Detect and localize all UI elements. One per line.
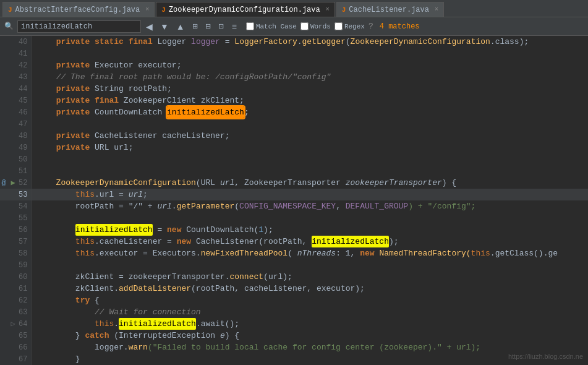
code-token: this [95, 318, 114, 330]
tab-zookeeper[interactable]: J ZookeeperDynamicConfiguration.java × [156, 2, 334, 17]
code-line [32, 212, 588, 224]
search-icon: 🔍 [2, 22, 15, 31]
code-token: cacheListener [162, 130, 224, 142]
regex-checkbox[interactable] [334, 22, 343, 30]
tab-close-abstract[interactable]: × [145, 6, 149, 13]
code-line: this.initializedLatch.await(); [32, 318, 588, 330]
code-line [32, 165, 588, 177]
gutter-line-65: 65 [0, 330, 31, 341]
code-token: this [75, 247, 95, 259]
code-line: initializedLatch = new CountDownLatch(1)… [32, 224, 588, 236]
tab-close-zookeeper[interactable]: × [326, 6, 330, 13]
code-token: new [177, 236, 191, 247]
code-token: Executor [90, 59, 138, 71]
code-line: try { [32, 294, 588, 306]
code-token: , ZookeeperTransporter [234, 177, 345, 189]
words-checkbox[interactable] [300, 22, 309, 30]
code-line: private CacheListener cacheListener; [32, 130, 588, 142]
code-token: ; [225, 130, 230, 142]
search-filter-button[interactable]: ≡ [229, 20, 240, 33]
tab-cache[interactable]: J CacheListener.java × [336, 2, 444, 17]
search-word-button[interactable]: ⊟ [203, 21, 213, 32]
gutter-line-40: 40 [0, 36, 31, 48]
match-case-option[interactable]: Match Case [246, 22, 297, 30]
code-token: ZookeeperClient [119, 95, 201, 106]
java-file-icon-2: J [161, 6, 166, 14]
gutter-line-42: 42 [0, 59, 31, 71]
code-line: // Wait for connection [32, 306, 588, 318]
line-number: 50 [19, 155, 27, 164]
code-token [36, 294, 75, 306]
code-token: newFixedThreadPool [201, 247, 288, 259]
gutter-line-59: 59 [0, 259, 31, 271]
search-prev-button[interactable]: ◀ [143, 20, 155, 33]
line-number: 47 [19, 120, 27, 129]
code-token: CountDownLatch( [181, 224, 258, 236]
code-line: private Executor executor; [32, 59, 588, 71]
tab-abstract[interactable]: J AbstractInterfaceConfig.java × [2, 2, 155, 17]
code-token: .cacheListener = [95, 236, 177, 247]
code-token: private [56, 59, 90, 71]
code-line [32, 259, 588, 271]
search-highlight: initializedLatch [119, 318, 196, 330]
line-number: 41 [19, 49, 27, 58]
java-file-icon: J [8, 6, 12, 14]
search-multiline-button[interactable]: ⊞ [190, 21, 200, 32]
gutter-line-67: 67 [0, 353, 31, 365]
gutter-line-45: 45 [0, 95, 31, 106]
code-token: (rootPath, cacheListener, executor); [191, 283, 365, 294]
watermark: https://liuzh.blog.csdn.ne [508, 353, 583, 360]
code-token: addDataListener [119, 283, 191, 294]
regex-label: Regex [344, 23, 365, 30]
code-token [36, 306, 95, 318]
code-token: this [75, 236, 95, 247]
search-input[interactable] [17, 20, 141, 33]
line-number: 52 [19, 179, 27, 187]
line-number: 44 [19, 85, 27, 93]
line-number: 59 [19, 261, 27, 270]
line-number: 65 [19, 332, 27, 340]
line-number: 64 [19, 320, 27, 328]
line-number: 55 [19, 214, 27, 223]
code-token: (URL [196, 177, 220, 189]
code-token: .url = [95, 189, 129, 200]
code-token [36, 341, 95, 353]
code-token [36, 36, 56, 48]
search-next-button[interactable]: ▼ [158, 20, 171, 33]
code-line: zkClient = zookeeperTransporter.connect(… [32, 271, 588, 283]
code-token: ( [234, 200, 239, 212]
code-line: // The final root path would be: /config… [32, 71, 588, 83]
regex-option[interactable]: Regex [334, 22, 365, 30]
gutter-line-54: 54 [0, 200, 31, 212]
code-token: CacheListener(rootPath, [191, 236, 312, 247]
code-scroll[interactable]: private static final Logger logger = Log… [32, 36, 588, 365]
code-container: 404142434445464748495051@▶52535455565758… [0, 36, 588, 365]
gutter-line-47: 47 [0, 118, 31, 130]
run-icon: ▶ [9, 179, 17, 187]
match-case-label: Match Case [256, 23, 297, 30]
code-token: getLogger [302, 36, 346, 48]
words-option[interactable]: Words [300, 22, 331, 30]
code-token: final [129, 36, 153, 48]
code-token [36, 189, 75, 200]
gutter-line-64: ▷64 [0, 318, 31, 330]
code-token: final [95, 95, 119, 106]
code-token: // The final root path would be: /config… [56, 71, 331, 83]
search-down-button[interactable]: ▲ [174, 20, 187, 33]
code-token: = [153, 224, 167, 236]
tab-close-cache[interactable]: × [435, 6, 438, 13]
code-token: try [75, 294, 90, 306]
code-token: ; [129, 142, 134, 153]
code-line: logger.warn("Failed to build local cache… [32, 341, 588, 353]
breakpoint-icon: ▷ [9, 320, 17, 328]
code-token [36, 318, 95, 330]
match-case-checkbox[interactable] [246, 22, 254, 30]
code-line: private String rootPath; [32, 83, 588, 95]
code-token: ( [288, 247, 297, 259]
code-token: CacheListener [90, 130, 162, 142]
code-token [36, 59, 56, 71]
code-token: ("Failed to build local cache for config… [148, 341, 480, 353]
code-token: // Wait for connection [95, 306, 201, 318]
code-token: ; [177, 59, 182, 71]
search-regex-button2[interactable]: ⊡ [216, 21, 226, 32]
